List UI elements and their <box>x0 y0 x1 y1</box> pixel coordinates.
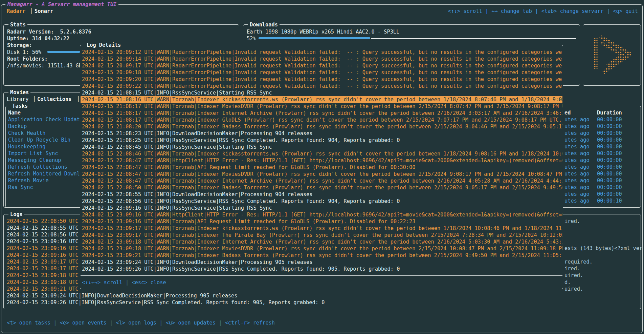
task-item[interactable]: Refresh Collections <box>8 164 80 170</box>
log-detail-row[interactable]: 2024-02-15 20:09:17 UTC|WARN|RadarrError… <box>81 62 562 69</box>
log-detail-row[interactable]: 2024-02-15 20:09:14 UTC|WARN|RadarrError… <box>81 56 562 62</box>
log-detail-row[interactable]: 2024-02-15 22:08:47 UTC|WARN|Torznab|Ind… <box>81 171 562 178</box>
event-row: utes ago00:00:00 <box>564 170 590 177</box>
radarr-logo-icon <box>586 34 637 76</box>
modal-footer-divider <box>81 275 562 276</box>
tab-library[interactable]: Library <box>7 96 28 103</box>
event-row: utes ago00:00:00 <box>564 191 590 197</box>
log-entry-fragment <box>564 252 642 258</box>
log-entry: 2024-02-15 23:09:26 UTC|INFO|RssSyncServ… <box>7 299 325 306</box>
stats-version: Radarr Version: 5.2.6.8376 <box>7 28 91 35</box>
task-item[interactable]: Clean Up Recycle Bin <box>8 137 80 143</box>
event-row: utes ago00:00:10 <box>564 197 590 204</box>
log-entry-fragment: ired. <box>564 218 642 225</box>
log-detail-row[interactable]: 2024-02-15 22:08:55 UTC|INFO|DownloadDec… <box>81 191 562 198</box>
events-rows: utes ago00:00:00utes ago00:00:00utes ago… <box>564 116 590 204</box>
log-detail-row[interactable]: 2024-02-15 21:08:20 UTC|WARN|Torznab|Ind… <box>81 123 562 130</box>
log-entry-fragment: uired. <box>564 272 642 279</box>
log-detail-row[interactable]: 2024-02-15 22:08:56 UTC|INFO|RssSyncServ… <box>81 198 562 205</box>
log-detail-row[interactable]: 2024-02-15 21:08:23 UTC|INFO|DownloadDec… <box>81 130 562 137</box>
event-row: utes ago00:00:00 <box>564 177 590 184</box>
stats-panel-title: Stats <box>8 21 27 28</box>
task-item[interactable]: Application Check Updat <box>8 116 80 123</box>
log-detail-row[interactable]: 2024-02-15 22:08:47 UTC|WARN|Torznab|API… <box>81 164 562 171</box>
log-entry-fragment <box>564 225 642 231</box>
download-item[interactable]: Earth 1998 1080p WEBRip x265 Hindi AAC2.… <box>247 28 399 35</box>
download-percent: 52% <box>247 35 256 42</box>
event-row: utes ago00:00:00 <box>564 150 590 157</box>
log-detail-row[interactable]: 2024-02-15 21:08:17 UTC|WARN|Torznab|Ind… <box>81 117 562 123</box>
log-detail-row[interactable]: 2024-02-15 21:08:17 UTC|WARN|Torznab|Ind… <box>81 110 562 117</box>
stats-root-folder-value: /nfs/movies: 11511.43 GB <box>7 62 82 69</box>
events-queued-header: ed <box>564 109 571 116</box>
tasks-list: Application Check UpdatBackupCheck Healt… <box>8 116 80 191</box>
log-details-list: 2024-02-15 20:09:12 UTC|WARN|RadarrError… <box>81 49 562 272</box>
logs-panel-title: Logs <box>8 211 24 218</box>
task-item[interactable]: Messaging Cleanup <box>8 157 80 164</box>
log-detail-row[interactable]: 2024-02-15 22:08:47 UTC|WARN|Torznab|Ind… <box>81 178 562 184</box>
stats-disk-label: Disk 1: 56% <box>7 49 41 56</box>
movies-tab-divider-2: │ <box>77 96 80 103</box>
log-detail-row[interactable]: 2024-02-15 23:09:16 UTC|WARN|Torznab|API… <box>81 218 562 225</box>
event-row: utes ago00:00:00 <box>564 130 590 137</box>
download-progress-track <box>371 38 576 39</box>
log-details-modal-title: Log Details <box>85 42 123 48</box>
log-entry-fragment: required. <box>564 258 642 265</box>
disk-usage-bar <box>47 51 80 53</box>
log-detail-row[interactable]: 2024-02-15 20:09:12 UTC|WARN|RadarrError… <box>81 49 562 56</box>
app-title: Managarr - A Servarr management TUI <box>5 1 118 8</box>
task-item[interactable]: Refresh Monitored Downl <box>8 170 80 177</box>
logo-panel <box>583 24 641 86</box>
log-detail-row[interactable]: 2024-02-15 23:09:17 UTC|WARN|Torznab|Ind… <box>81 225 562 232</box>
managarr-tui-screen: { "app": { "title": "Managarr - A Servar… <box>0 0 644 334</box>
log-details-modal-keybinds: <↑↓←→> scroll | <esc> close <box>82 279 166 286</box>
log-detail-row[interactable]: 2024-02-15 23:09:18 UTC|WARN|Torznab|Ind… <box>81 245 562 252</box>
log-detail-row[interactable]: 2024-02-15 23:09:24 UTC|INFO|DownloadDec… <box>81 259 562 266</box>
log-detail-row[interactable]: 2024-02-15 23:09:17 UTC|WARN|Torznab|Ind… <box>81 232 562 238</box>
log-detail-row[interactable]: 2024-02-15 20:09:22 UTC|WARN|RadarrError… <box>81 83 562 89</box>
log-detail-row[interactable]: 2024-02-15 20:09:18 UTC|WARN|RadarrError… <box>81 69 562 76</box>
log-detail-row[interactable]: 2024-02-15 21:08:25 UTC|INFO|RssSyncServ… <box>81 137 562 144</box>
log-detail-row[interactable]: 2024-02-15 22:08:50 UTC|WARN|Torznab|Ind… <box>81 184 562 191</box>
event-row: utes ago00:00:00 <box>564 137 590 143</box>
log-entry-fragment <box>564 231 642 238</box>
tasks-name-header: Name <box>8 109 21 116</box>
log-entry-fragment: d. <box>564 279 642 286</box>
tab-divider: │ <box>30 8 33 15</box>
log-entry-fragment: uired. <box>564 286 642 292</box>
log-detail-row[interactable]: 2024-02-15 21:08:16 UTC|WARN|Torznab|Ind… <box>81 96 562 103</box>
task-item[interactable]: Import List Sync <box>8 150 80 157</box>
tab-sonarr[interactable]: Sonarr <box>35 8 53 15</box>
events-duration-header: Duration <box>597 109 622 116</box>
log-entry-fragment <box>564 238 642 245</box>
tab-radarr[interactable]: Radarr <box>7 8 25 15</box>
movies-tab-divider: │ <box>33 96 36 103</box>
log-details-modal: Log Details 2024-02-15 20:09:12 UTC|WARN… <box>80 45 563 289</box>
log-detail-row[interactable]: 2024-02-15 22:08:45 UTC|INFO|RssSyncServ… <box>81 144 562 150</box>
task-item[interactable]: Rss Sync <box>8 184 80 191</box>
task-item[interactable]: Backup <box>8 123 80 130</box>
event-row: utes ago00:00:00 <box>564 164 590 170</box>
task-item[interactable]: Housekeeping <box>8 143 80 150</box>
tab-collections[interactable]: Collections <box>37 96 71 103</box>
task-item[interactable]: Refresh Movie <box>8 177 80 184</box>
log-detail-row[interactable]: 2024-02-15 23:09:26 UTC|INFO|RssSyncServ… <box>81 266 562 272</box>
log-detail-row[interactable]: 2024-02-15 23:09:21 UTC|WARN|Torznab|Ind… <box>81 252 562 259</box>
event-row: utes ago00:00:00 <box>564 157 590 164</box>
task-item[interactable]: Check Health <box>8 130 80 137</box>
log-detail-row[interactable]: 2024-02-15 21:08:17 UTC|WARN|Torznab|Ind… <box>81 103 562 110</box>
log-detail-row[interactable]: 2024-02-15 23:09:16 UTC|WARN|HttpClient|… <box>81 211 562 218</box>
log-entry-fragment: ests (143 bytes)<?xml ver <box>564 245 642 252</box>
event-row: utes ago00:00:00 <box>564 123 590 130</box>
bottom-keybind-bar: <t> open tasks | <e> open events | <l> o… <box>7 319 275 326</box>
tasks-panel-title: Tasks <box>10 103 29 109</box>
log-detail-row[interactable]: 2024-02-15 20:09:20 UTC|WARN|RadarrError… <box>81 76 562 83</box>
log-detail-row[interactable]: 2024-02-15 22:08:46 UTC|WARN|Torznab|Ind… <box>81 150 562 157</box>
logs-right-fragments: ired.ests (143 bytes)<?xml verrequired.i… <box>564 218 642 292</box>
log-detail-row[interactable]: 2024-02-15 22:08:47 UTC|WARN|HttpClient|… <box>81 157 562 164</box>
log-detail-row[interactable]: 2024-02-15 23:09:18 UTC|WARN|Torznab|Ind… <box>81 238 562 245</box>
help-bar-divider <box>1 316 643 316</box>
log-detail-row[interactable]: 2024-02-15 21:08:15 UTC|INFO|RssSyncServ… <box>81 89 562 96</box>
top-keybind-bar: <↑↓> scroll | ←→ change tab | <tab> chan… <box>448 8 638 15</box>
log-detail-row[interactable]: 2024-02-15 23:09:16 UTC|INFO|RssSyncServ… <box>81 205 562 211</box>
